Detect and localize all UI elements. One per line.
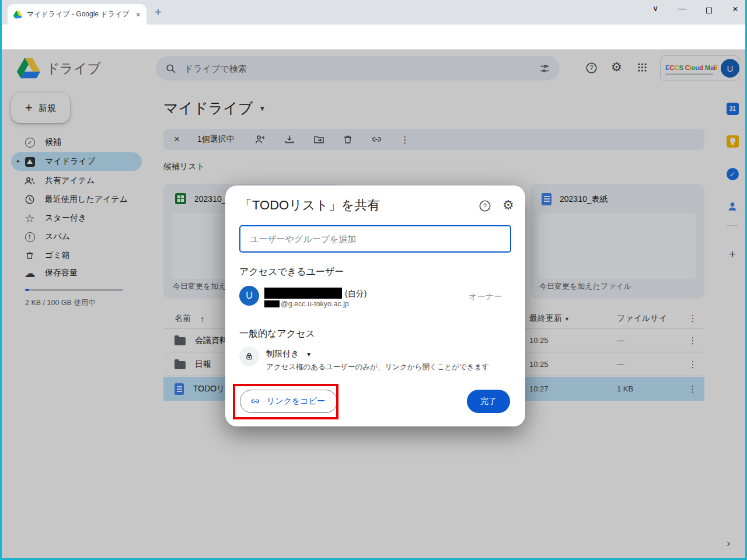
dialog-title: 「TODOリスト」を共有 (239, 197, 380, 214)
owner-email-domain: @g.ecc.u-tokyo.ac.jp (281, 300, 349, 308)
tab-title: マイドライブ - Google ドライブ (27, 9, 131, 19)
dialog-help-icon[interactable]: ? (479, 200, 491, 212)
owner-self-label: (自分) (345, 289, 366, 299)
window-maximize-button[interactable] (700, 6, 718, 15)
tab-close-icon[interactable]: × (136, 10, 141, 19)
owner-role-label: オーナー (469, 292, 502, 302)
people-section-heading: アクセスできるユーザー (239, 266, 344, 278)
dialog-settings-gear-icon[interactable]: ⚙ (502, 198, 514, 213)
screen: マイドライブ - Google ドライブ × + ∨ — × ← → ↻ dri… (0, 0, 747, 560)
chevron-down-icon: ▼ (306, 351, 312, 358)
drive-favicon (13, 10, 22, 19)
add-people-input[interactable] (239, 225, 511, 253)
annotation-highlight-rectangle (233, 384, 338, 419)
redacted-owner-name (264, 288, 342, 299)
window-minimize-button[interactable]: — (673, 4, 691, 13)
new-tab-button[interactable]: + (155, 6, 162, 19)
svg-text:?: ? (483, 202, 487, 209)
browser-tabstrip: マイドライブ - Google ドライブ × + ∨ — × (2, 0, 745, 24)
general-access-heading: 一般的なアクセス (239, 328, 315, 340)
done-button[interactable]: 完了 (467, 390, 510, 413)
tab-search-icon[interactable]: ∨ (647, 4, 664, 13)
redacted-email-local (264, 300, 280, 307)
window-close-button[interactable]: × (727, 4, 744, 15)
access-description: アクセス権のあるユーザーのみが、リンクから開くことができます (266, 362, 489, 372)
access-level-dropdown[interactable]: 制限付き ▼ (266, 349, 312, 359)
browser-tab[interactable]: マイドライブ - Google ドライブ × (8, 4, 146, 24)
restricted-lock-icon (239, 346, 259, 366)
owner-avatar: U (239, 286, 259, 306)
browser-toolbar: ← → ↻ drive.google.com/drive/my-drive ☆ … (2, 24, 745, 50)
